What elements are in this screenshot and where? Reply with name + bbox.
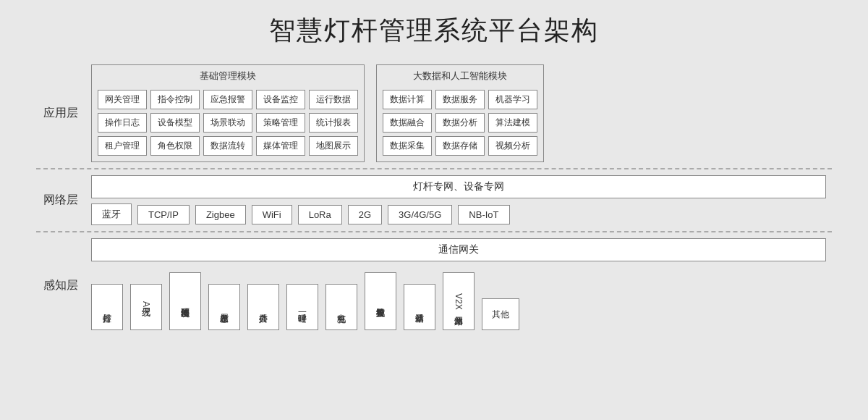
mod-data-analysis: 数据分析 bbox=[435, 113, 485, 133]
main-content: 应用层 基础管理模块 网关管理 指令控制 应急报警 设备监控 运行数据 bbox=[36, 59, 832, 339]
mod-device-monitor: 设备监控 bbox=[256, 90, 305, 109]
ai-module-title: 大数据和人工智能模块 bbox=[383, 70, 537, 83]
perception-layer-body: 通信网关 灯控器 无线AP 环境监测传感器 信息发布屏 公共广播 一键呼叫 充电… bbox=[85, 232, 832, 339]
page-title: 智慧灯杆管理系统平台架构 bbox=[269, 13, 599, 49]
ai-row-3: 数据采集 数据存储 视频分析 bbox=[383, 136, 537, 156]
mod-map-display: 地图展示 bbox=[309, 136, 358, 156]
mod-ml: 机器学习 bbox=[488, 90, 537, 109]
mod-data-storage: 数据存储 bbox=[435, 136, 485, 156]
mod-device-model: 设备模型 bbox=[150, 113, 200, 133]
device-video-cam: 视频监控设备 bbox=[365, 272, 396, 330]
device-other: 其他 bbox=[482, 298, 519, 330]
device-comm-station: 通信基站 bbox=[404, 284, 435, 330]
ai-module-group: 大数据和人工智能模块 数据计算 数据服务 机器学习 数据融合 数据分析 算法建模 bbox=[376, 64, 544, 162]
mod-algo-model: 算法建模 bbox=[488, 113, 537, 133]
basic-module-grid: 网关管理 指令控制 应急报警 设备监控 运行数据 操作日志 设备模型 场景联动 … bbox=[98, 90, 358, 156]
mod-data-service: 数据服务 bbox=[435, 90, 485, 109]
network-layer-body: 灯杆专网、设备专网 蓝牙 TCP/IP Zigbee WiFi LoRa 2G … bbox=[85, 169, 832, 231]
mod-data-flow: 数据流转 bbox=[203, 136, 252, 156]
proto-lora: LoRa bbox=[298, 205, 342, 224]
mod-stats-report: 统计报表 bbox=[309, 113, 358, 133]
ai-row-2: 数据融合 数据分析 算法建模 bbox=[383, 113, 537, 133]
perception-layer-label: 感知层 bbox=[36, 232, 85, 339]
comm-gateway-box: 通信网关 bbox=[91, 238, 826, 261]
mod-role-perm: 角色权限 bbox=[150, 136, 200, 156]
basic-module-group: 基础管理模块 网关管理 指令控制 应急报警 设备监控 运行数据 操作日志 设备模… bbox=[91, 64, 365, 162]
mod-tenant-mgmt: 租户管理 bbox=[98, 136, 147, 156]
mod-cmd-ctrl: 指令控制 bbox=[150, 90, 200, 109]
application-layer-label: 应用层 bbox=[36, 59, 85, 168]
module-group-wrapper: 基础管理模块 网关管理 指令控制 应急报警 设备监控 运行数据 操作日志 设备模… bbox=[91, 64, 826, 162]
mod-op-log: 操作日志 bbox=[98, 113, 147, 133]
device-env-sensor: 环境监测传感器 bbox=[169, 272, 201, 330]
device-wireless-ap: 无线AP bbox=[130, 284, 162, 330]
mod-media-mgmt: 媒体管理 bbox=[256, 136, 305, 156]
proto-bluetooth: 蓝牙 bbox=[91, 203, 132, 225]
application-layer-body: 基础管理模块 网关管理 指令控制 应急报警 设备监控 运行数据 操作日志 设备模… bbox=[85, 59, 832, 168]
mod-gateway-mgmt: 网关管理 bbox=[98, 90, 147, 109]
mod-emergency: 应急报警 bbox=[203, 90, 252, 109]
ai-row-1: 数据计算 数据服务 机器学习 bbox=[383, 90, 537, 109]
device-info-screen: 信息发布屏 bbox=[208, 284, 240, 330]
mod-scene-link: 场景联动 bbox=[203, 113, 252, 133]
proto-wifi: WiFi bbox=[252, 205, 292, 224]
mod-data-compute: 数据计算 bbox=[383, 90, 432, 109]
proto-zigbee: Zigbee bbox=[195, 205, 246, 224]
network-layer: 网络层 灯杆专网、设备专网 蓝牙 TCP/IP Zigbee WiFi LoRa… bbox=[36, 168, 832, 231]
mod-video-analysis: 视频分析 bbox=[488, 136, 537, 156]
application-layer: 应用层 基础管理模块 网关管理 指令控制 应急报警 设备监控 运行数据 bbox=[36, 59, 832, 168]
network-main-box: 灯杆专网、设备专网 bbox=[91, 175, 826, 198]
basic-module-title: 基础管理模块 bbox=[98, 70, 358, 83]
device-v2x: V2X路侧单元 bbox=[443, 272, 475, 330]
mod-data-fusion: 数据融合 bbox=[383, 113, 432, 133]
network-layer-label: 网络层 bbox=[36, 169, 85, 231]
device-call: 一键呼叫 bbox=[286, 284, 318, 330]
proto-345g: 3G/4G/5G bbox=[388, 205, 452, 224]
device-broadcast: 公共广播 bbox=[247, 284, 279, 330]
ai-module-grid: 数据计算 数据服务 机器学习 数据融合 数据分析 算法建模 数据采集 数据存储 bbox=[383, 90, 537, 156]
proto-nbiot: NB-IoT bbox=[458, 205, 509, 224]
mod-data-collect: 数据采集 bbox=[383, 136, 432, 156]
proto-2g: 2G bbox=[348, 205, 382, 224]
perception-layer: 感知层 通信网关 灯控器 无线AP 环境监测传感器 信息发布屏 公共广播 一键呼… bbox=[36, 231, 832, 339]
mod-run-data: 运行数据 bbox=[309, 90, 358, 109]
device-lamp-ctrl: 灯控器 bbox=[91, 284, 123, 330]
network-protocols: 蓝牙 TCP/IP Zigbee WiFi LoRa 2G 3G/4G/5G N… bbox=[91, 203, 826, 225]
device-charger: 充电桩 bbox=[326, 284, 357, 330]
device-row: 灯控器 无线AP 环境监测传感器 信息发布屏 公共广播 一键呼叫 充电桩 视频监… bbox=[91, 272, 826, 339]
basic-row-3: 租户管理 角色权限 数据流转 媒体管理 地图展示 bbox=[98, 136, 358, 156]
proto-tcpip: TCP/IP bbox=[137, 205, 190, 224]
basic-row-1: 网关管理 指令控制 应急报警 设备监控 运行数据 bbox=[98, 90, 358, 109]
mod-policy-mgmt: 策略管理 bbox=[256, 113, 305, 133]
basic-row-2: 操作日志 设备模型 场景联动 策略管理 统计报表 bbox=[98, 113, 358, 133]
